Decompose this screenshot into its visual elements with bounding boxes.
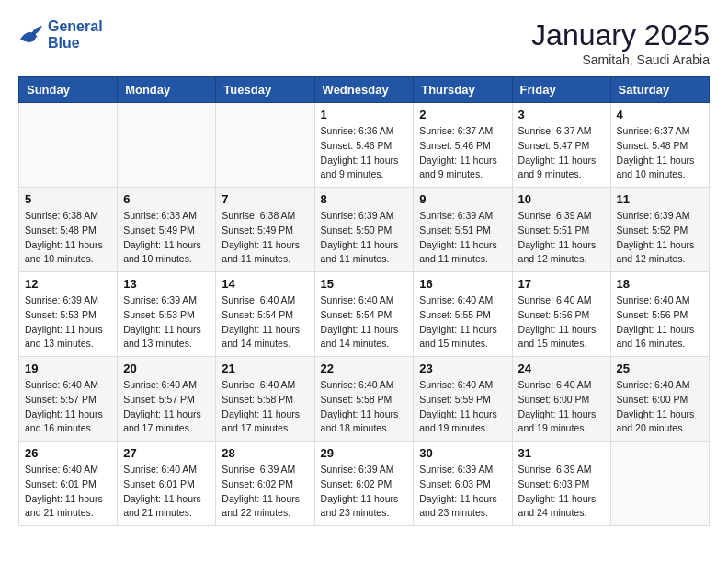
day-info: Sunrise: 6:36 AM Sunset: 5:46 PM Dayligh… bbox=[321, 124, 408, 182]
day-number: 11 bbox=[617, 192, 703, 206]
day-number: 21 bbox=[222, 362, 308, 375]
location-subtitle: Samitah, Saudi Arabia bbox=[531, 52, 710, 67]
day-info: Sunrise: 6:37 AM Sunset: 5:46 PM Dayligh… bbox=[419, 124, 506, 182]
day-number: 18 bbox=[617, 277, 703, 291]
day-info: Sunrise: 6:40 AM Sunset: 5:58 PM Dayligh… bbox=[321, 378, 408, 436]
day-number: 16 bbox=[419, 277, 506, 291]
day-number: 29 bbox=[321, 446, 408, 460]
calendar-cell: 20Sunrise: 6:40 AM Sunset: 5:57 PM Dayli… bbox=[118, 357, 216, 442]
day-number: 20 bbox=[123, 362, 210, 375]
calendar-cell: 16Sunrise: 6:40 AM Sunset: 5:55 PM Dayli… bbox=[414, 272, 512, 357]
weekday-header-thursday: Thursday bbox=[414, 77, 512, 103]
day-number: 1 bbox=[321, 108, 408, 121]
day-number: 25 bbox=[617, 362, 703, 375]
day-info: Sunrise: 6:40 AM Sunset: 5:55 PM Dayligh… bbox=[419, 293, 506, 351]
day-number: 14 bbox=[222, 277, 308, 291]
day-info: Sunrise: 6:40 AM Sunset: 5:57 PM Dayligh… bbox=[123, 378, 210, 436]
weekday-header-saturday: Saturday bbox=[610, 77, 709, 103]
day-info: Sunrise: 6:39 AM Sunset: 6:02 PM Dayligh… bbox=[222, 463, 308, 521]
calendar-cell: 6Sunrise: 6:38 AM Sunset: 5:49 PM Daylig… bbox=[118, 188, 216, 272]
page-header: General Blue January 2025 Samitah, Saudi… bbox=[18, 18, 710, 67]
day-number: 13 bbox=[123, 277, 210, 291]
weekday-header-tuesday: Tuesday bbox=[216, 77, 314, 103]
calendar-cell: 13Sunrise: 6:39 AM Sunset: 5:53 PM Dayli… bbox=[118, 272, 216, 357]
calendar-cell bbox=[610, 442, 709, 526]
day-info: Sunrise: 6:38 AM Sunset: 5:48 PM Dayligh… bbox=[25, 209, 111, 267]
calendar-cell: 30Sunrise: 6:39 AM Sunset: 6:03 PM Dayli… bbox=[414, 442, 512, 526]
day-number: 12 bbox=[25, 277, 111, 291]
week-row-3: 12Sunrise: 6:39 AM Sunset: 5:53 PM Dayli… bbox=[19, 272, 710, 357]
weekday-header-friday: Friday bbox=[512, 77, 610, 103]
day-info: Sunrise: 6:40 AM Sunset: 5:57 PM Dayligh… bbox=[25, 378, 111, 436]
week-row-2: 5Sunrise: 6:38 AM Sunset: 5:48 PM Daylig… bbox=[19, 188, 710, 272]
day-info: Sunrise: 6:39 AM Sunset: 5:51 PM Dayligh… bbox=[419, 209, 506, 267]
day-info: Sunrise: 6:40 AM Sunset: 5:56 PM Dayligh… bbox=[518, 293, 605, 351]
calendar-cell: 23Sunrise: 6:40 AM Sunset: 5:59 PM Dayli… bbox=[414, 357, 512, 442]
calendar-cell: 4Sunrise: 6:37 AM Sunset: 5:48 PM Daylig… bbox=[610, 103, 709, 188]
day-number: 26 bbox=[25, 446, 111, 460]
calendar-cell: 31Sunrise: 6:39 AM Sunset: 6:03 PM Dayli… bbox=[512, 442, 610, 526]
calendar-cell: 24Sunrise: 6:40 AM Sunset: 6:00 PM Dayli… bbox=[512, 357, 610, 442]
calendar-cell: 12Sunrise: 6:39 AM Sunset: 5:53 PM Dayli… bbox=[19, 272, 118, 357]
day-number: 5 bbox=[25, 192, 111, 206]
calendar-cell: 17Sunrise: 6:40 AM Sunset: 5:56 PM Dayli… bbox=[512, 272, 610, 357]
calendar-cell: 5Sunrise: 6:38 AM Sunset: 5:48 PM Daylig… bbox=[19, 188, 118, 272]
day-info: Sunrise: 6:39 AM Sunset: 6:03 PM Dayligh… bbox=[518, 463, 605, 521]
weekday-header-row: SundayMondayTuesdayWednesdayThursdayFrid… bbox=[19, 77, 710, 103]
calendar-cell: 1Sunrise: 6:36 AM Sunset: 5:46 PM Daylig… bbox=[314, 103, 414, 188]
week-row-1: 1Sunrise: 6:36 AM Sunset: 5:46 PM Daylig… bbox=[19, 103, 710, 188]
day-number: 3 bbox=[518, 108, 605, 121]
calendar-cell: 7Sunrise: 6:38 AM Sunset: 5:49 PM Daylig… bbox=[216, 188, 314, 272]
calendar-cell: 14Sunrise: 6:40 AM Sunset: 5:54 PM Dayli… bbox=[216, 272, 314, 357]
title-block: January 2025 Samitah, Saudi Arabia bbox=[531, 18, 710, 67]
day-number: 10 bbox=[518, 192, 605, 206]
day-info: Sunrise: 6:39 AM Sunset: 5:51 PM Dayligh… bbox=[518, 209, 605, 267]
day-info: Sunrise: 6:40 AM Sunset: 6:00 PM Dayligh… bbox=[518, 378, 605, 436]
weekday-header-sunday: Sunday bbox=[19, 77, 118, 103]
day-info: Sunrise: 6:40 AM Sunset: 6:01 PM Dayligh… bbox=[25, 463, 111, 521]
day-info: Sunrise: 6:40 AM Sunset: 5:54 PM Dayligh… bbox=[222, 293, 308, 351]
day-info: Sunrise: 6:39 AM Sunset: 5:53 PM Dayligh… bbox=[25, 293, 111, 351]
day-number: 15 bbox=[321, 277, 408, 291]
calendar-cell: 27Sunrise: 6:40 AM Sunset: 6:01 PM Dayli… bbox=[118, 442, 216, 526]
day-info: Sunrise: 6:37 AM Sunset: 5:48 PM Dayligh… bbox=[617, 124, 703, 182]
calendar-cell: 9Sunrise: 6:39 AM Sunset: 5:51 PM Daylig… bbox=[414, 188, 512, 272]
day-info: Sunrise: 6:40 AM Sunset: 5:59 PM Dayligh… bbox=[419, 378, 506, 436]
day-info: Sunrise: 6:39 AM Sunset: 5:50 PM Dayligh… bbox=[321, 209, 408, 267]
week-row-5: 26Sunrise: 6:40 AM Sunset: 6:01 PM Dayli… bbox=[19, 442, 710, 526]
calendar-cell: 2Sunrise: 6:37 AM Sunset: 5:46 PM Daylig… bbox=[414, 103, 512, 188]
logo: General Blue bbox=[18, 18, 103, 52]
day-info: Sunrise: 6:40 AM Sunset: 5:56 PM Dayligh… bbox=[617, 293, 703, 351]
calendar-table: SundayMondayTuesdayWednesdayThursdayFrid… bbox=[18, 76, 710, 526]
day-number: 4 bbox=[617, 108, 703, 121]
day-number: 31 bbox=[518, 446, 605, 460]
day-number: 19 bbox=[25, 362, 111, 375]
day-number: 6 bbox=[123, 192, 210, 206]
day-info: Sunrise: 6:40 AM Sunset: 5:58 PM Dayligh… bbox=[222, 378, 308, 436]
calendar-cell: 21Sunrise: 6:40 AM Sunset: 5:58 PM Dayli… bbox=[216, 357, 314, 442]
day-number: 9 bbox=[419, 192, 506, 206]
weekday-header-monday: Monday bbox=[118, 77, 216, 103]
calendar-cell: 15Sunrise: 6:40 AM Sunset: 5:54 PM Dayli… bbox=[314, 272, 414, 357]
day-number: 17 bbox=[518, 277, 605, 291]
day-info: Sunrise: 6:40 AM Sunset: 6:00 PM Dayligh… bbox=[617, 378, 703, 436]
day-info: Sunrise: 6:38 AM Sunset: 5:49 PM Dayligh… bbox=[123, 209, 210, 267]
calendar-cell: 29Sunrise: 6:39 AM Sunset: 6:02 PM Dayli… bbox=[314, 442, 414, 526]
calendar-cell: 25Sunrise: 6:40 AM Sunset: 6:00 PM Dayli… bbox=[610, 357, 709, 442]
calendar-cell: 26Sunrise: 6:40 AM Sunset: 6:01 PM Dayli… bbox=[19, 442, 118, 526]
calendar-cell bbox=[216, 103, 314, 188]
day-info: Sunrise: 6:39 AM Sunset: 6:03 PM Dayligh… bbox=[419, 463, 506, 521]
day-info: Sunrise: 6:39 AM Sunset: 5:53 PM Dayligh… bbox=[123, 293, 210, 351]
day-number: 2 bbox=[419, 108, 506, 121]
day-info: Sunrise: 6:40 AM Sunset: 5:54 PM Dayligh… bbox=[321, 293, 408, 351]
week-row-4: 19Sunrise: 6:40 AM Sunset: 5:57 PM Dayli… bbox=[19, 357, 710, 442]
day-number: 7 bbox=[222, 192, 308, 206]
day-number: 30 bbox=[419, 446, 506, 460]
day-number: 23 bbox=[419, 362, 506, 375]
calendar-cell: 3Sunrise: 6:37 AM Sunset: 5:47 PM Daylig… bbox=[512, 103, 610, 188]
day-number: 24 bbox=[518, 362, 605, 375]
day-info: Sunrise: 6:39 AM Sunset: 5:52 PM Dayligh… bbox=[617, 209, 703, 267]
calendar-cell: 18Sunrise: 6:40 AM Sunset: 5:56 PM Dayli… bbox=[610, 272, 709, 357]
day-info: Sunrise: 6:40 AM Sunset: 6:01 PM Dayligh… bbox=[123, 463, 210, 521]
day-number: 22 bbox=[321, 362, 408, 375]
